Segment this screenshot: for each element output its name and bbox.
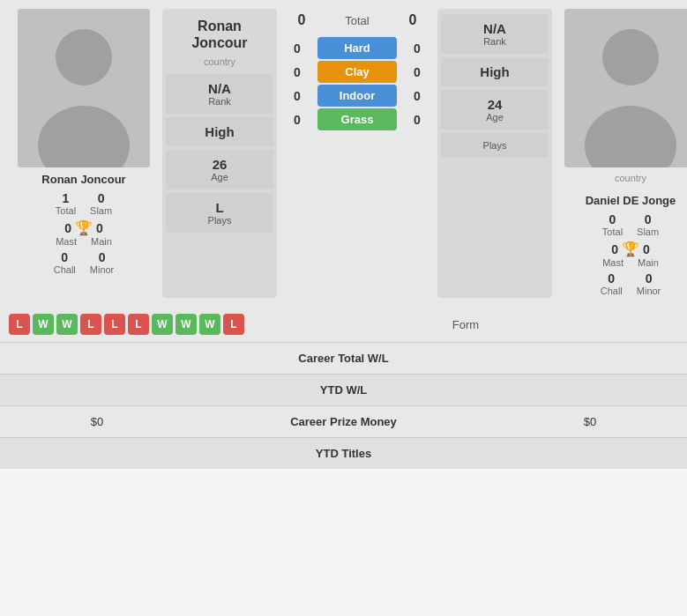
- left-total-stat: 1 Total: [56, 191, 76, 216]
- left-stats-row-1: 1 Total 0 Slam: [56, 191, 112, 216]
- right-player-name: Daniel DE Jonge: [586, 194, 676, 207]
- form-badge-4: L: [104, 314, 125, 335]
- clay-button[interactable]: Clay: [317, 61, 397, 83]
- right-age-row: 24 Age: [441, 90, 549, 130]
- left-player-card: Ronan Joncour 1 Total 0 Slam 0 🏆 0: [9, 9, 159, 298]
- svg-point-4: [602, 29, 659, 85]
- career-prize-right: $0: [502, 415, 678, 428]
- ytd-titles-label: YTD Titles: [185, 447, 502, 460]
- right-trophy-icon: 🏆: [622, 241, 639, 257]
- left-mast-stat: 0 🏆 0 Mast Main: [56, 219, 112, 247]
- total-row: 0 Total 0: [284, 12, 430, 28]
- indoor-row: 0 Indoor 0: [284, 85, 430, 107]
- ytd-wl-label: YTD W/L: [185, 383, 502, 397]
- total-right-score: 0: [400, 12, 426, 28]
- form-label: Form: [253, 318, 678, 331]
- form-section: L W W L L L W W W L Form: [0, 307, 687, 342]
- left-player-avatar: [18, 9, 150, 167]
- career-wl-label: Career Total W/L: [185, 352, 502, 365]
- right-stats-row-2: 0 🏆 0 Mast Main: [602, 241, 659, 268]
- grass-row: 0 Grass 0: [284, 108, 430, 130]
- form-badge-8: W: [199, 314, 220, 335]
- left-player-name: Ronan Joncour: [41, 173, 125, 186]
- left-stats-row-3: 0 Chall 0 Minor: [54, 250, 115, 275]
- left-info-panel: Ronan Joncour country N/A Rank High 26 A…: [162, 9, 277, 298]
- career-prize-left: $0: [9, 415, 185, 428]
- left-plays-row: L Plays: [166, 193, 273, 233]
- right-chall-stat: 0 Chall: [601, 271, 623, 296]
- right-slam-stat: 0 Slam: [637, 212, 659, 237]
- svg-point-1: [56, 29, 112, 85]
- career-wl-row: Career Total W/L: [0, 342, 687, 374]
- main-container: Ronan Joncour 1 Total 0 Slam 0 🏆 0: [0, 0, 687, 469]
- right-player-card: country Daniel DE Jonge 0 Total 0 Slam 0…: [556, 9, 687, 298]
- hard-button[interactable]: Hard: [317, 37, 397, 59]
- ytd-wl-row: YTD W/L: [0, 374, 687, 405]
- form-badge-3: L: [80, 314, 101, 335]
- form-badge-2: W: [56, 314, 78, 335]
- right-mast-stat: 0 🏆 0 Mast Main: [602, 241, 659, 268]
- center-panel: 0 Total 0 0 Hard 0 0 Clay 0 0 Indoor 0 0: [280, 9, 434, 298]
- career-prize-label: Career Prize Money: [185, 415, 502, 428]
- left-player-header: Ronan Joncour: [166, 18, 273, 51]
- right-rank-row: N/A Rank: [441, 14, 549, 54]
- right-total-stat: 0 Total: [602, 212, 623, 237]
- right-stats-row-3: 0 Chall 0 Minor: [601, 271, 661, 296]
- form-badge-7: W: [175, 314, 197, 335]
- right-country-flag: country: [613, 171, 648, 185]
- ytd-titles-row: YTD Titles: [0, 437, 687, 469]
- comparison-section: Ronan Joncour 1 Total 0 Slam 0 🏆 0: [0, 0, 687, 307]
- indoor-button[interactable]: Indoor: [317, 85, 397, 107]
- left-high-row: High: [166, 117, 273, 146]
- career-prize-row: $0 Career Prize Money $0: [0, 405, 687, 437]
- left-age-row: 26 Age: [166, 150, 273, 189]
- form-badge-0: L: [9, 314, 30, 335]
- right-minor-stat: 0 Minor: [637, 271, 661, 296]
- form-badge-1: W: [33, 314, 54, 335]
- left-chall-stat: 0 Chall: [54, 250, 76, 275]
- right-plays-row: Plays: [441, 133, 549, 158]
- clay-row: 0 Clay 0: [284, 61, 430, 83]
- right-high-row: High: [441, 57, 549, 86]
- right-stats-row-1: 0 Total 0 Slam: [602, 212, 659, 237]
- right-info-panel: N/A Rank High 24 Age Plays: [437, 9, 552, 298]
- hard-row: 0 Hard 0: [284, 37, 430, 59]
- form-badge-5: L: [128, 314, 149, 335]
- form-badges: L W W L L L W W W L: [9, 314, 244, 335]
- left-rank-row: N/A Rank: [166, 74, 273, 114]
- grass-button[interactable]: Grass: [317, 108, 397, 130]
- left-minor-stat: 0 Minor: [90, 250, 115, 275]
- form-badge-9: L: [223, 314, 244, 335]
- left-slam-stat: 0 Slam: [90, 191, 112, 216]
- total-label: Total: [322, 14, 392, 27]
- total-left-score: 0: [288, 12, 315, 28]
- left-stats-row-2: 0 🏆 0 Mast Main: [56, 219, 112, 247]
- right-player-avatar: [564, 9, 687, 167]
- form-badge-6: W: [152, 314, 173, 335]
- left-country-flag: country: [166, 55, 273, 69]
- left-trophy-icon: 🏆: [75, 219, 93, 236]
